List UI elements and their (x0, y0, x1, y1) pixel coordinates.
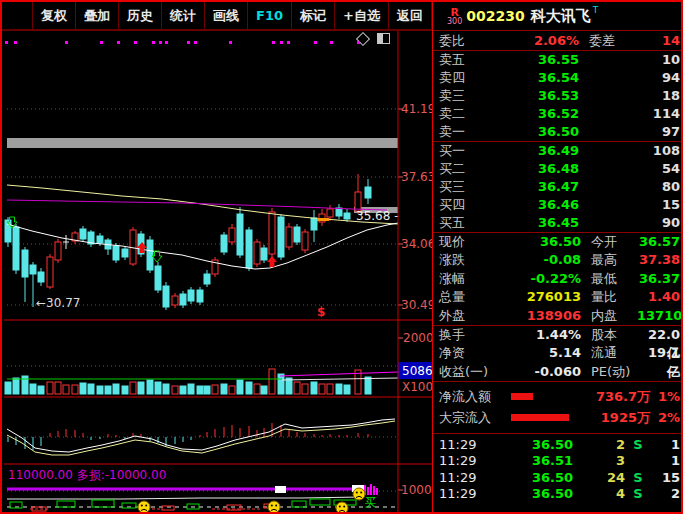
candle-body (204, 274, 210, 284)
signal-dot (272, 41, 275, 44)
chart-label: 买 (365, 496, 376, 509)
overlay-rect (373, 486, 375, 495)
rong-badge: R 300 (447, 7, 462, 26)
volume-bar (204, 386, 210, 394)
candle-body (221, 235, 227, 252)
candle-body (365, 187, 371, 198)
volume-bar (122, 386, 128, 394)
candle-body (229, 228, 235, 242)
smiley-icon (353, 488, 365, 500)
signal-dot (165, 41, 168, 44)
volume-bar (327, 384, 333, 394)
weicha-label: 委差 (579, 31, 635, 50)
bid-row-3[interactable]: 买三36.4780 (433, 178, 683, 196)
chart-label: 34.06 (401, 237, 432, 251)
volume-bar (97, 386, 103, 394)
candle-body (294, 227, 300, 242)
signal-box (310, 499, 330, 505)
chart-label: ←30.77 (36, 296, 80, 310)
trade-row: 11:2936.5131 (433, 453, 683, 469)
signal-dot (314, 41, 317, 44)
candle-body (55, 242, 61, 260)
stat-row: 涨幅-0.22%最低36.37 (433, 270, 683, 288)
volume-bar (254, 384, 260, 394)
volume-bar (237, 380, 243, 394)
candle-body (113, 246, 119, 260)
volume-bar (344, 385, 350, 394)
ma-line (7, 419, 395, 452)
bid-row-4[interactable]: 买四36.4615 (433, 196, 683, 214)
stat-row: 现价36.50今开36.57 (433, 233, 683, 251)
chart-label: 30.49 (401, 298, 432, 312)
signal-dot (134, 41, 137, 44)
weicha-value: 14 (635, 31, 680, 50)
weibi-section: 委比 2.06% 委差 14 (433, 31, 683, 51)
ask-row-4[interactable]: 卖四36.5494 (433, 69, 683, 87)
candle-body (172, 296, 178, 305)
volume-bar (319, 384, 325, 394)
candle-body (30, 265, 36, 274)
signal-dot (159, 41, 162, 44)
quote-stats-1: 现价36.50今开36.57 涨跌-0.08最高37.38 涨幅-0.22%最低… (433, 233, 683, 326)
bid-row-2[interactable]: 买二36.4854 (433, 160, 683, 178)
candle-body (80, 229, 86, 239)
volume-bar (105, 386, 111, 394)
volume-bar (269, 369, 275, 394)
volume-bar (336, 384, 342, 394)
candle-body (22, 250, 28, 277)
ask-row-1[interactable]: 卖一36.5097 (433, 123, 683, 141)
trade-row: 11:2936.502S1 (433, 437, 683, 453)
ask-row-2[interactable]: 卖二36.52114 (433, 105, 683, 123)
volume-bar (163, 384, 169, 394)
trade-row: 11:2936.5024S15 (433, 470, 683, 486)
overlay-rect (275, 486, 286, 493)
candle-body (155, 266, 161, 290)
candle-body (278, 217, 284, 257)
signal-dot (330, 41, 333, 44)
weibi-label: 委比 (439, 31, 495, 50)
overlay-rect (370, 484, 372, 495)
block-inflow-pct: 2% (650, 410, 680, 425)
ask-row-3[interactable]: 卖三36.5318 (433, 87, 683, 105)
stat-row: 外盘138906内盘137107 (433, 307, 683, 325)
volume-bar (130, 382, 136, 394)
margin-flag: R (450, 7, 458, 18)
signal-dot (65, 41, 68, 44)
block-inflow-row: 大宗流入 1925万 2% (433, 407, 683, 428)
signal-dot (14, 41, 17, 44)
bid-row-1[interactable]: 买一36.49108 (433, 142, 683, 160)
ask-row-5[interactable]: 卖五36.5510 (433, 51, 683, 69)
volume-bar (294, 382, 300, 394)
stat-row: 总量276013量比1.40 (433, 288, 683, 306)
candle-body (344, 213, 350, 219)
volume-bar (5, 382, 11, 394)
ma-line (280, 372, 398, 376)
bid-levels: 买一36.49108 买二36.4854 买三36.4780 买四36.4615… (433, 142, 683, 233)
candle-body (122, 249, 128, 257)
signal-dot (280, 41, 283, 44)
volume-bar (30, 384, 36, 394)
bid-row-5[interactable]: 买五36.4590 (433, 214, 683, 232)
chart-label: 37.63 (401, 170, 432, 184)
candle-body (269, 212, 275, 254)
chart-label: $ (317, 305, 325, 319)
candle-body (97, 236, 103, 243)
signal-dot (287, 41, 290, 44)
stat-row: 收益(一)-0.060PE(动)— (433, 363, 683, 381)
stat-row: 涨跌-0.08最高37.38 (433, 251, 683, 269)
volume-bar (63, 385, 69, 394)
quote-header: R 300 002230 科大讯飞 T (433, 2, 683, 31)
volume-bar (188, 384, 194, 394)
candle-body (163, 286, 169, 307)
volume-bar (221, 384, 227, 394)
highlight-bar (7, 138, 398, 148)
signal-dot (117, 41, 120, 44)
stock-code: 002230 (466, 8, 524, 24)
candle-body (311, 218, 317, 230)
stock-name: 科大讯飞 (531, 7, 591, 26)
signal-dot (357, 41, 360, 44)
volume-bar (13, 378, 19, 394)
weibi-value: 2.06% (495, 31, 579, 50)
chart-label: 35.68 - (356, 209, 399, 223)
quote-stats-2: 换手1.44%股本22.0亿 净资5.14流通19.1亿 收益(一)-0.060… (433, 326, 683, 382)
